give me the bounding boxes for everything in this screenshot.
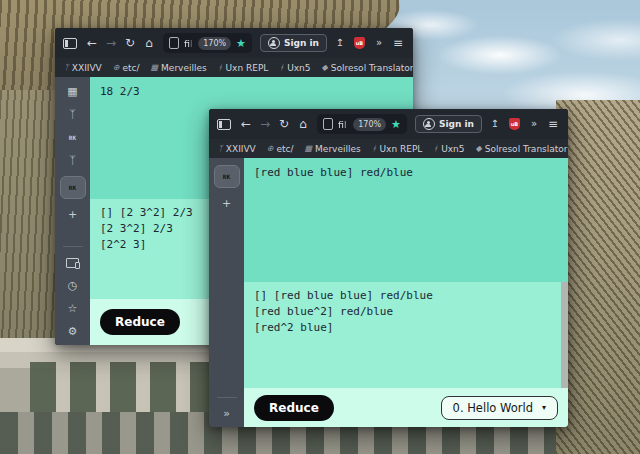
home-icon[interactable]: ⌂ <box>294 109 312 139</box>
bookmark-star-icon[interactable]: ★ <box>236 37 246 50</box>
back-icon[interactable]: ← <box>237 109 255 139</box>
bookmark-solresol[interactable]: ◆ Solresol Translator <box>476 144 568 154</box>
bookmark-label: Uxn REPL <box>379 144 422 154</box>
bookmarks-bar: ᛉ XXIIVV ⊕ etc/ ▦ Merveilles ᚼ Uxn REPL … <box>55 58 413 77</box>
bookmark-uxn5[interactable]: ᚼ Uxn5 <box>279 63 310 73</box>
preset-dropdown[interactable]: 0. Hello World ▾ <box>441 396 558 420</box>
account-icon <box>268 37 280 49</box>
bookmark-merveilles[interactable]: ▦ Merveilles <box>305 144 361 154</box>
tab-merveilles-favicon[interactable]: ▦ <box>62 84 84 99</box>
footer-bar: Reduce 0. Hello World ▾ <box>244 388 568 427</box>
bookmark-label: Uxn5 <box>287 63 310 73</box>
page-icon <box>323 118 333 130</box>
devices-icon <box>66 258 79 268</box>
bookmark-xxiivv[interactable]: ᛉ XXIIVV <box>218 144 256 154</box>
toolbar-overflow-icon[interactable]: » <box>525 109 543 139</box>
tab-rk-favicon[interactable]: RK <box>62 130 84 145</box>
bookmark-uxn5[interactable]: ᚼ Uxn5 <box>433 144 464 154</box>
bookmark-uxn-repl[interactable]: ᚼ Uxn REPL <box>218 63 269 73</box>
globe-favicon: ⊕ <box>267 144 274 153</box>
xxiivv-favicon: ᛉ <box>64 63 69 72</box>
reduce-button[interactable]: Reduce <box>100 309 180 335</box>
forward-icon[interactable]: → <box>256 109 274 139</box>
bookmark-label: Merveilles <box>161 63 207 73</box>
bookmark-etc[interactable]: ⊕ etc/ <box>113 63 140 73</box>
bookmark-label: etc/ <box>276 144 293 154</box>
preset-selected-label: 0. Hello World <box>453 401 533 415</box>
bookmark-solresol[interactable]: ◆ Solresol Translator <box>322 63 413 73</box>
output-scrollbar[interactable] <box>561 282 568 388</box>
zoom-level-badge[interactable]: 170% <box>198 37 231 50</box>
history-icon[interactable]: ◷ <box>62 278 84 293</box>
reload-icon[interactable]: ↻ <box>121 28 139 58</box>
new-tab-button[interactable]: + <box>216 196 238 211</box>
output-area[interactable]: [] [red blue blue] red/blue [red blue^2]… <box>244 282 568 388</box>
bookmark-label: Uxn REPL <box>225 63 268 73</box>
sign-in-button[interactable]: Sign in <box>415 115 482 133</box>
grid-favicon: ▦ <box>151 63 159 72</box>
solresol-favicon: ◆ <box>322 63 328 72</box>
share-icon[interactable]: ↥ <box>331 28 349 58</box>
uxn-favicon: ᚼ <box>218 63 223 72</box>
active-tab[interactable]: RK <box>214 165 240 188</box>
bookmark-label: Solresol Translator <box>331 63 413 73</box>
ublock-shield-icon[interactable]: uB <box>354 37 365 49</box>
xxiivv-favicon: ᛉ <box>218 144 223 153</box>
solresol-favicon: ◆ <box>476 144 482 153</box>
active-tab[interactable]: RK <box>60 176 86 199</box>
bookmark-merveilles[interactable]: ▦ Merveilles <box>151 63 207 73</box>
synced-tabs-icon[interactable] <box>62 255 84 270</box>
url-bar[interactable]: file:///home/neauoir 170% ★ <box>163 33 252 53</box>
account-icon <box>423 118 435 130</box>
toolbar-overflow-icon[interactable]: » <box>370 28 388 58</box>
bookmarks-icon[interactable]: ☆ <box>62 301 84 316</box>
sidebar-toggle-icon[interactable] <box>63 38 77 49</box>
uxn-favicon: ᚼ <box>372 144 377 153</box>
chevron-down-icon: ▾ <box>542 403 546 412</box>
back-icon[interactable]: ← <box>83 28 101 58</box>
vertical-tabs-sidebar: RK + » <box>209 158 244 427</box>
home-icon[interactable]: ⌂ <box>140 28 158 58</box>
desktop: ← → ↻ ⌂ file:///home/neauoir 170% ★ Sign… <box>0 0 640 454</box>
settings-icon[interactable]: ⚙ <box>62 324 84 339</box>
output-line: [red blue^2] red/blue <box>244 304 568 320</box>
ublock-shield-icon[interactable]: uB <box>509 118 520 130</box>
bookmark-star-icon[interactable]: ★ <box>391 118 401 131</box>
uxn-favicon: ᚼ <box>279 63 284 72</box>
bookmark-label: etc/ <box>122 63 139 73</box>
menu-icon[interactable]: ≡ <box>544 109 562 139</box>
bookmark-label: Merveilles <box>315 144 361 154</box>
forward-icon[interactable]: → <box>102 28 120 58</box>
bookmarks-bar: ᛉ XXIIVV ⊕ etc/ ▦ Merveilles ᚼ Uxn REPL … <box>209 139 568 158</box>
new-tab-button[interactable]: + <box>62 207 84 222</box>
sidebar-toggle-icon[interactable] <box>217 119 231 130</box>
url-bar[interactable]: file:///home/neauoir 170% ★ <box>317 114 407 134</box>
zoom-level-badge[interactable]: 170% <box>353 118 386 131</box>
input-text: [red blue blue] red/blue <box>244 158 568 179</box>
input-text: 18 2/3 <box>90 77 413 98</box>
bookmark-label: XXIIVV <box>72 63 102 73</box>
sidebar-divider <box>63 246 83 247</box>
bookmark-etc[interactable]: ⊕ etc/ <box>267 144 294 154</box>
share-icon[interactable]: ↥ <box>486 109 504 139</box>
expand-sidebar-icon[interactable]: » <box>216 406 238 421</box>
uxn-favicon: ᚼ <box>433 144 438 153</box>
url-text: file:///home/neauoir <box>338 119 348 130</box>
globe-favicon: ⊕ <box>113 63 120 72</box>
tab-xxiivv-favicon[interactable]: ᛉ <box>62 153 84 168</box>
sign-in-button[interactable]: Sign in <box>260 34 327 52</box>
sign-in-label: Sign in <box>284 38 319 48</box>
browser-window-front: ← → ↻ ⌂ file:///home/neauoir 170% ★ Sign… <box>209 109 568 427</box>
page-icon <box>169 37 179 49</box>
reduce-button[interactable]: Reduce <box>254 395 334 421</box>
reload-icon[interactable]: ↻ <box>275 109 293 139</box>
bookmark-xxiivv[interactable]: ᛉ XXIIVV <box>64 63 102 73</box>
menu-icon[interactable]: ≡ <box>389 28 407 58</box>
input-area[interactable]: [red blue blue] red/blue <box>244 158 568 282</box>
bookmark-label: Uxn5 <box>441 144 464 154</box>
vertical-tabs-sidebar: ▦ ᛉ RK ᛉ RK + ◷ ☆ ⚙ <box>55 77 90 345</box>
browser-toolbar: ← → ↻ ⌂ file:///home/neauoir 170% ★ Sign… <box>55 28 413 58</box>
tab-xxiivv-favicon[interactable]: ᛉ <box>62 107 84 122</box>
bookmark-uxn-repl[interactable]: ᚼ Uxn REPL <box>372 144 423 154</box>
background-glass-roof-right <box>556 100 640 454</box>
